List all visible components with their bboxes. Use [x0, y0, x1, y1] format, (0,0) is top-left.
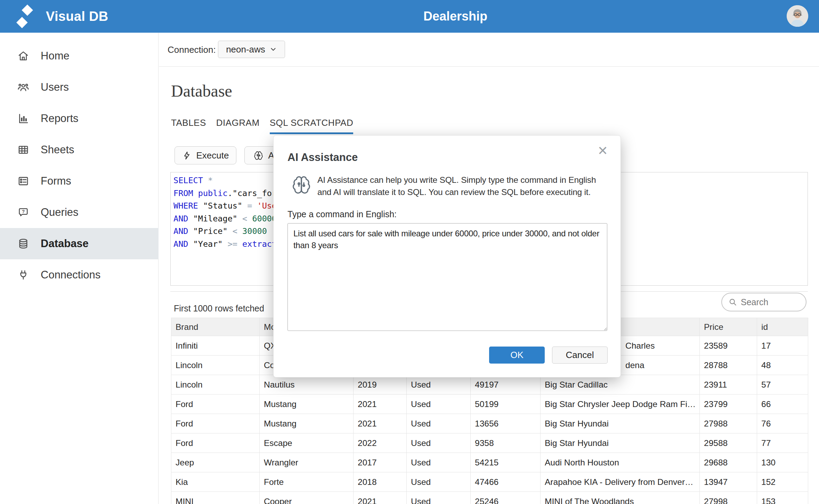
brand-name: Visual DB	[46, 0, 108, 33]
sql-line: WHERE "Status" = 'Use	[173, 200, 277, 212]
table-cell: 49197	[471, 375, 541, 395]
table-row[interactable]: MINICooper2021Used25246MINI of The Woodl…	[171, 492, 808, 504]
fetch-status: First 1000 rows fetched	[174, 303, 264, 314]
table-cell: 50199	[471, 395, 541, 414]
cancel-button[interactable]: Cancel	[552, 347, 608, 364]
sidebar-item-label: Queries	[41, 206, 79, 219]
table-cell: Lincoln	[171, 375, 260, 395]
table-cell: 13656	[471, 414, 541, 433]
table-row[interactable]: FordMustang2021Used50199Big Star Chrysle…	[171, 395, 808, 414]
page-title: Dealership	[423, 0, 487, 33]
sidebar-item-users[interactable]: Users	[0, 72, 159, 103]
execute-button[interactable]: Execute	[175, 146, 236, 164]
table-cell: 153	[757, 492, 808, 504]
header-divider	[159, 66, 819, 67]
table-cell: Nautilus	[260, 375, 354, 395]
home-icon	[17, 50, 29, 62]
table-row[interactable]: FordMustang2021Used13656Big Star Hyundai…	[171, 414, 808, 433]
sql-line: AND "Mileage" < 60000	[173, 212, 277, 225]
table-cell: Audi North Houston	[541, 453, 700, 472]
sidebar-item-queries[interactable]: ?Queries	[0, 197, 159, 228]
table-row[interactable]: KiaForte2018Used47466Arapahoe KIA - Deli…	[171, 472, 808, 492]
sidebar-item-label: Users	[41, 81, 69, 94]
table-cell: 2022	[354, 433, 407, 453]
sidebar-item-home[interactable]: Home	[0, 40, 159, 72]
section-heading: Database	[171, 81, 232, 100]
sql-line: SELECT *	[173, 174, 277, 187]
modal-title: AI Assistance	[287, 151, 358, 164]
connection-dropdown[interactable]: neon-aws	[218, 41, 285, 58]
column-header: Price	[700, 318, 757, 336]
table-cell: 29588	[700, 433, 757, 453]
table-cell: Ford	[171, 414, 260, 433]
prompt-label: Type a command in English:	[287, 209, 397, 219]
table-row[interactable]: JeepWrangler2017Used54215Audi North Hous…	[171, 453, 808, 472]
svg-text:?: ?	[22, 209, 25, 214]
database-icon	[17, 238, 29, 250]
table-row[interactable]: FordEscape2022Used9358Big Star Hyundai29…	[171, 433, 808, 453]
sidebar: HomeUsersReportsSheetsForms?QueriesDatab…	[0, 33, 159, 504]
tab-sql-scratchpad[interactable]: SQL SCRATCHPAD	[270, 117, 354, 134]
sidebar-item-connections[interactable]: Connections	[0, 259, 159, 291]
column-header: Brand	[171, 318, 260, 336]
sidebar-item-reports[interactable]: Reports	[0, 103, 159, 134]
table-cell: Forte	[260, 472, 354, 492]
top-bar: Visual DB Dealership	[0, 0, 819, 33]
tab-diagram[interactable]: DIAGRAM	[216, 117, 260, 134]
ok-button[interactable]: OK	[489, 347, 545, 364]
table-cell: Used	[407, 472, 471, 492]
table-cell: Big Star Hyundai	[541, 433, 700, 453]
table-cell: Used	[407, 395, 471, 414]
close-icon[interactable]: ✕	[598, 145, 608, 157]
table-cell: 25246	[471, 492, 541, 504]
user-avatar[interactable]	[787, 5, 808, 27]
search-box[interactable]	[721, 293, 806, 311]
table-cell: 2021	[354, 414, 407, 433]
sidebar-item-sheets[interactable]: Sheets	[0, 134, 159, 165]
bolt-icon	[182, 151, 192, 160]
table-cell: 130	[757, 453, 808, 472]
sidebar-item-database[interactable]: Database	[0, 228, 159, 259]
table-cell: 2017	[354, 453, 407, 472]
table-cell: 77	[757, 433, 808, 453]
sql-code[interactable]: SELECT *FROM public."cars_forWHERE "Stat…	[173, 174, 277, 251]
table-cell: 76	[757, 414, 808, 433]
sidebar-item-label: Forms	[41, 175, 71, 187]
table-cell: Mustang	[260, 395, 354, 414]
sidebar-item-forms[interactable]: Forms	[0, 165, 159, 197]
command-input[interactable]: List all used cars for sale with mileage…	[287, 223, 607, 331]
table-cell: 66	[757, 395, 808, 414]
sidebar-item-label: Home	[41, 50, 70, 62]
visual-db-logo-icon	[16, 3, 33, 29]
sidebar-item-label: Database	[41, 237, 89, 250]
brain-icon	[254, 151, 263, 160]
table-cell: 28788	[700, 356, 757, 375]
tab-tables[interactable]: TABLES	[171, 117, 206, 134]
sql-line: AND "Price" < 30000	[173, 225, 277, 238]
table-cell: Infiniti	[171, 336, 260, 356]
connections-icon	[17, 269, 29, 281]
table-cell: Mustang	[260, 414, 354, 433]
connection-value: neon-aws	[226, 44, 265, 55]
table-cell: 48	[757, 356, 808, 375]
table-cell: 2019	[354, 375, 407, 395]
table-cell: Big Star Cadillac	[541, 375, 700, 395]
search-input[interactable]	[741, 297, 800, 307]
table-cell: 2021	[354, 492, 407, 504]
table-cell: Used	[407, 433, 471, 453]
sql-line: FROM public."cars_for	[173, 187, 277, 200]
table-cell: 9358	[471, 433, 541, 453]
search-icon	[728, 298, 737, 307]
app-window: Visual DB Dealership HomeUsersReportsShe…	[0, 0, 819, 504]
table-cell: 13947	[700, 472, 757, 492]
table-cell: Big Star Hyundai	[541, 414, 700, 433]
table-cell: 17	[757, 336, 808, 356]
table-cell: Used	[407, 414, 471, 433]
table-cell: 57	[757, 375, 808, 395]
table-cell: Ford	[171, 433, 260, 453]
table-cell: Jeep	[171, 453, 260, 472]
table-cell: 23799	[700, 395, 757, 414]
table-cell: Escape	[260, 433, 354, 453]
table-row[interactable]: LincolnNautilus2019Used49197Big Star Cad…	[171, 375, 808, 395]
table-cell: 47466	[471, 472, 541, 492]
